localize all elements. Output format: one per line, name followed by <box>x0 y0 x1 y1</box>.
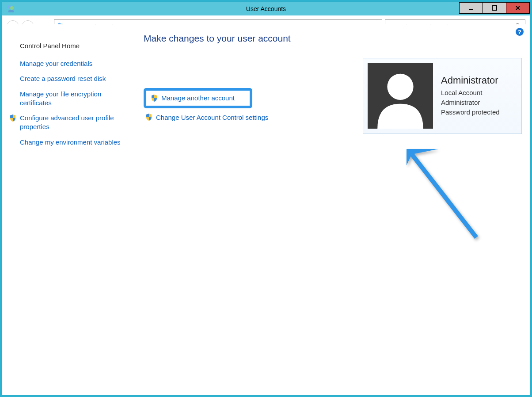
user-role: Administrator <box>441 98 500 107</box>
sidebar-link-file-encryption-certs[interactable]: Manage your file encryption certificates <box>20 90 126 108</box>
close-button[interactable] <box>506 2 530 14</box>
user-meta: Administrator Local Account Administrato… <box>441 75 500 117</box>
maximize-button[interactable] <box>483 2 506 14</box>
sidebar: Control Panel Home Manage your credentia… <box>2 33 135 395</box>
shield-icon <box>151 95 158 102</box>
minimize-button[interactable] <box>459 2 483 14</box>
svg-rect-3 <box>492 6 497 10</box>
link-label: Change my environment variables <box>20 138 121 146</box>
window: User Accounts ← → ▾ ↑ ▶ Control Panel ▶ … <box>2 2 530 395</box>
sidebar-link-password-reset-disk[interactable]: Create a password reset disk <box>20 74 126 83</box>
main-panel: Make changes to your user account Manage… <box>135 33 530 395</box>
sidebar-link-advanced-profile[interactable]: Configure advanced user profile properti… <box>20 114 126 132</box>
link-label: Manage your file encryption certificates <box>20 90 101 107</box>
titlebar: User Accounts <box>2 2 530 15</box>
user-name: Administrator <box>441 75 500 86</box>
link-label: Change User Account Control settings <box>156 114 268 121</box>
link-label: Manage another account <box>161 94 235 102</box>
link-label: Create a password reset disk <box>20 75 106 82</box>
annotation-highlight: Manage another account <box>144 88 252 108</box>
shield-icon <box>145 114 152 121</box>
sidebar-link-manage-credentials[interactable]: Manage your credentials <box>20 59 126 68</box>
manage-another-account-link[interactable]: Manage another account <box>149 93 236 103</box>
svg-rect-2 <box>469 9 473 10</box>
user-account-type: Local Account <box>441 88 500 98</box>
change-uac-settings-link[interactable]: Change User Account Control settings <box>144 113 270 122</box>
avatar <box>368 63 433 129</box>
control-panel-home-link[interactable]: Control Panel Home <box>20 42 126 50</box>
window-title: User Accounts <box>2 2 530 15</box>
link-label: Manage your credentials <box>20 60 92 67</box>
svg-line-10 <box>412 154 476 237</box>
window-controls <box>459 2 530 15</box>
link-label: Configure advanced user profile properti… <box>20 114 114 130</box>
shield-icon <box>9 115 16 122</box>
user-card: Administrator Local Account Administrato… <box>363 58 522 134</box>
page-heading: Make changes to your user account <box>144 33 521 44</box>
svg-point-12 <box>387 74 413 100</box>
sidebar-link-env-variables[interactable]: Change my environment variables <box>20 138 126 147</box>
user-password-status: Password protected <box>441 107 500 117</box>
content-area: ? Control Panel Home Manage your credent… <box>2 24 530 395</box>
annotation-arrow <box>407 149 486 246</box>
